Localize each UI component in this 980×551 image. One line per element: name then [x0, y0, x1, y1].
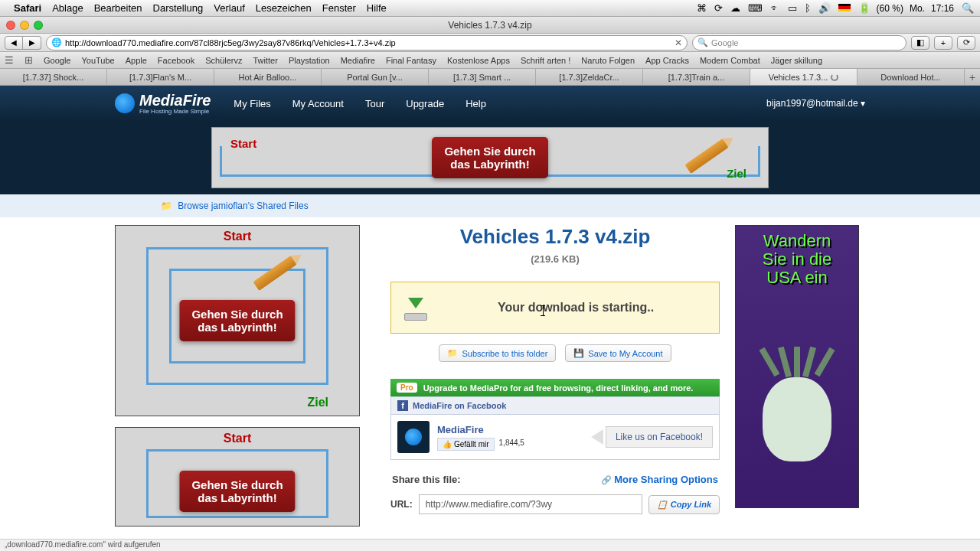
- save-account-button[interactable]: 💾 Save to My Account: [565, 344, 671, 362]
- tab[interactable]: [1.7.3] Smart ...: [429, 69, 536, 85]
- copy-link-button[interactable]: 📋 Copy Link: [648, 495, 720, 514]
- menu-lesezeichen[interactable]: Lesezeichen: [256, 2, 312, 14]
- subscribe-button[interactable]: 📁 Subscribe to this folder: [439, 344, 556, 362]
- ad-cta-button[interactable]: Gehen Sie durch das Labyrinth!: [432, 137, 547, 178]
- mediafire-fb-logo[interactable]: [397, 421, 430, 453]
- browse-shared-link[interactable]: Browse jamioflan's Shared Files: [178, 201, 308, 211]
- zoom-button[interactable]: [34, 21, 43, 30]
- ad-ziel-label: Ziel: [307, 396, 328, 409]
- share-url-input[interactable]: [419, 494, 642, 514]
- tab-active[interactable]: Vehicles 1.7.3...: [750, 69, 858, 85]
- cloud-icon[interactable]: ☁: [730, 2, 740, 14]
- search-bar[interactable]: 🔍 Google: [692, 35, 906, 51]
- app-name[interactable]: Safari: [14, 2, 41, 14]
- fb-cta-button[interactable]: Like us on Facebook!: [606, 426, 713, 448]
- tab[interactable]: Portal Gun [v...: [322, 69, 429, 85]
- bookmark-item[interactable]: Schrift arten !: [521, 56, 570, 65]
- back-button[interactable]: ◀: [5, 36, 23, 50]
- topsites-icon[interactable]: ⊞: [24, 54, 33, 66]
- share-title: Share this file:: [392, 474, 461, 485]
- sidebar-ad[interactable]: Start Gehen Sie durch das Labyrinth! Zie…: [115, 225, 360, 416]
- bookmark-item[interactable]: Kostenlose Apps: [447, 56, 510, 65]
- nav-tour[interactable]: Tour: [365, 98, 384, 109]
- bookmark-item[interactable]: YouTube: [81, 56, 114, 65]
- ad-text-line: USA ein: [739, 269, 855, 287]
- tab[interactable]: [1.7.3]Flan's M...: [107, 69, 214, 85]
- camera-icon[interactable]: ⌘: [697, 2, 707, 14]
- download-status-box: Your download is starting..: [390, 282, 720, 334]
- tab[interactable]: [1.7.37] Shock...: [0, 69, 107, 85]
- text-cursor-icon: [543, 305, 544, 316]
- search-icon: 🔍: [697, 37, 708, 47]
- tab[interactable]: Hot Air Balloo...: [214, 69, 322, 85]
- ad-cta-button[interactable]: Gehen Sie durch das Labyrinth!: [179, 300, 295, 341]
- statue-of-liberty-icon: [735, 331, 859, 507]
- flame-icon: [115, 93, 135, 113]
- banner-ad[interactable]: Start Gehen Sie durch das Labyrinth! Zie…: [211, 127, 769, 188]
- bookmark-item[interactable]: Apple: [126, 56, 147, 65]
- bookmarks-bar: ☰ ⊞ Google YouTube Apple Facebook Schüle…: [0, 52, 980, 69]
- add-button[interactable]: +: [934, 36, 952, 50]
- bookmarks-menu-icon[interactable]: ☰: [5, 54, 14, 66]
- tab[interactable]: Download Hot...: [858, 69, 965, 85]
- wifi-icon[interactable]: ᯤ: [770, 2, 780, 14]
- upgrade-pro-bar[interactable]: Pro Upgrade to MediaPro for ad free brow…: [390, 379, 720, 396]
- bookmark-item[interactable]: Final Fantasy: [386, 56, 436, 65]
- nav-help[interactable]: Help: [466, 98, 486, 109]
- sidebar-ad[interactable]: Start Gehen Sie durch das Labyrinth!: [115, 427, 360, 527]
- folder-icon: 📁: [161, 201, 172, 211]
- menu-darstellung[interactable]: Darstellung: [153, 2, 204, 14]
- refresh-button[interactable]: ⟳: [957, 36, 975, 50]
- battery-icon[interactable]: 🔋: [858, 2, 871, 14]
- facebook-box: f MediaFire on Facebook MediaFire 👍 Gefä…: [390, 396, 720, 460]
- more-sharing-link[interactable]: 🔗 More Sharing Options: [601, 474, 718, 485]
- menu-verlauf[interactable]: Verlauf: [214, 2, 244, 14]
- bookmark-item[interactable]: Naruto Folgen: [581, 56, 635, 65]
- stop-icon[interactable]: ✕: [675, 37, 682, 48]
- menu-bearbeiten[interactable]: Bearbeiten: [94, 2, 142, 14]
- bookmark-item[interactable]: App Cracks: [645, 56, 689, 65]
- tab[interactable]: [1.7.3]Train a...: [643, 69, 750, 85]
- bookmark-item[interactable]: Mediafire: [341, 56, 375, 65]
- tab[interactable]: [1.7.3]ZeldaCr...: [536, 69, 643, 85]
- menu-fenster[interactable]: Fenster: [322, 2, 356, 14]
- minimize-button[interactable]: [20, 21, 29, 30]
- clock-time[interactable]: 17:16: [931, 3, 954, 14]
- bookmark-item[interactable]: Schülervz: [205, 56, 242, 65]
- menu-ablage[interactable]: Ablage: [52, 2, 83, 14]
- share-box: Share this file: 🔗 More Sharing Options …: [390, 471, 720, 514]
- fb-page-name[interactable]: MediaFire: [437, 424, 524, 435]
- sync-icon[interactable]: ⟳: [714, 2, 723, 14]
- bookmark-item[interactable]: Modern Combat: [700, 56, 760, 65]
- url-bar[interactable]: 🌐 http://download770.mediafire.com/87cl8…: [46, 35, 688, 51]
- browse-row: 📁 Browse jamioflan's Shared Files: [0, 194, 980, 217]
- bluetooth-icon[interactable]: ᛒ: [805, 2, 811, 14]
- nav-myaccount[interactable]: My Account: [292, 98, 344, 109]
- flag-icon[interactable]: [838, 2, 851, 14]
- new-tab-button[interactable]: +: [965, 69, 980, 85]
- mediafire-logo[interactable]: MediaFire File Hosting Made Simple: [115, 92, 211, 115]
- user-menu[interactable]: bijan1997@hotmail.de ▾: [766, 98, 865, 109]
- bookmark-item[interactable]: Jäger skillung: [771, 56, 822, 65]
- nav-upgrade[interactable]: Upgrade: [406, 98, 444, 109]
- bookmark-item[interactable]: Playstation: [289, 56, 330, 65]
- bookmark-item[interactable]: Twitter: [253, 56, 277, 65]
- clipboard-icon: 📋: [657, 500, 668, 510]
- facebook-header: f MediaFire on Facebook: [391, 397, 719, 415]
- vertical-ad[interactable]: Wandern Sie in die USA ein: [735, 225, 859, 508]
- spotlight-icon[interactable]: 🔍: [962, 2, 974, 14]
- battery-percent: (60 %): [877, 3, 903, 14]
- forward-button[interactable]: ▶: [23, 36, 41, 50]
- volume-icon[interactable]: 🔊: [818, 2, 831, 14]
- clock-day[interactable]: Mo.: [910, 3, 925, 14]
- ad-cta-button[interactable]: Gehen Sie durch das Labyrinth!: [179, 471, 295, 512]
- bookmark-button[interactable]: ◧: [911, 36, 929, 50]
- bookmark-item[interactable]: Google: [44, 56, 70, 65]
- fb-like-button[interactable]: 👍 Gefällt mir: [437, 438, 495, 451]
- display-icon[interactable]: ▭: [788, 2, 797, 14]
- bookmark-item[interactable]: Facebook: [158, 56, 194, 65]
- nav-myfiles[interactable]: My Files: [234, 98, 270, 109]
- close-button[interactable]: [6, 21, 15, 30]
- keyboard-icon[interactable]: ⌨: [748, 2, 763, 14]
- menu-hilfe[interactable]: Hilfe: [367, 2, 387, 14]
